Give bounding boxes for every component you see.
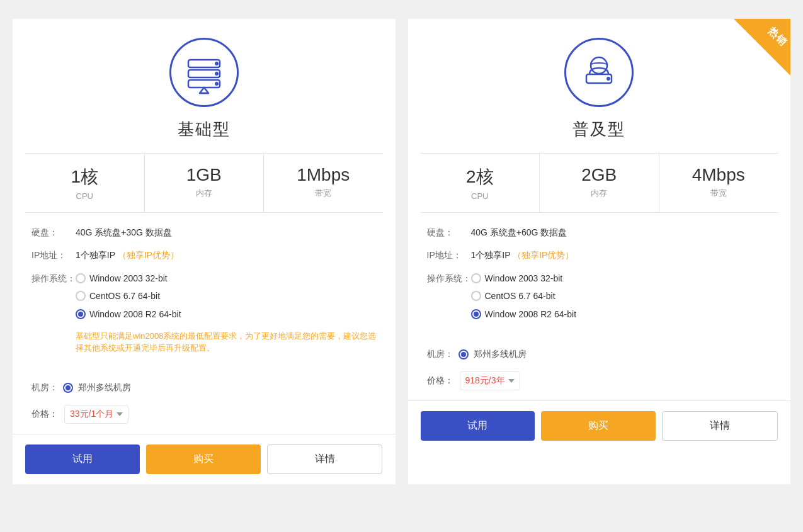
svg-point-1 [215,62,219,65]
spec-value-1: 1GB [145,165,264,185]
os-label-1: CentOS 6.7 64-bit [89,289,160,303]
datacenter-radio-inner [461,352,466,357]
spec-label-1: 内存 [540,188,659,199]
spec-label-0: CPU [25,191,144,201]
spec-item-1: 1GB 内存 [145,154,265,212]
buy-button[interactable]: 购买 [541,411,656,441]
os-label: 操作系统： [31,271,76,285]
os-label-2: Window 2008 R2 64-bit [485,307,577,321]
cards-container: 基础型 1核 CPU 1GB 内存 1Mbps 带宽 硬盘： 40G 系统盘+3… [13,19,790,484]
os-label-0: Window 2003 32-bit [485,271,563,285]
disk-row: 硬盘： 40G 系统盘+30G 数据盘 [31,225,377,239]
spec-item-1: 2GB 内存 [540,154,659,212]
card-header: 基础型 [13,19,396,153]
spec-label-0: CPU [421,191,540,201]
spec-label-2: 带宽 [264,188,383,199]
price-row: 价格： 33元/1个月 [13,400,396,434]
ip-label: IP地址： [31,248,76,262]
chevron-down-icon [117,412,123,416]
spec-label-1: 内存 [145,188,264,199]
os-option-2[interactable]: Window 2008 R2 64-bit [471,307,577,321]
datacenter-radio-inner [65,385,71,390]
radio-inner [78,312,83,317]
card-title: 基础型 [178,118,231,140]
server-icon-circle [564,38,634,107]
server-icon-circle [169,38,239,107]
svg-point-7 [591,57,607,74]
action-buttons: 试用 购买 详情 [408,400,791,451]
ip-row: IP地址： 1个独享IP （独享IP优势） [427,248,772,262]
radio-inner [474,312,479,317]
ip-value: 1个独享IP （独享IP优势） [471,248,574,262]
card-popular: 热销 普及型 2核 CPU 2GB 内存 4Mbps 带宽 [408,19,791,484]
disk-label: 硬盘： [427,225,471,239]
spec-value-2: 1Mbps [264,165,383,185]
trial-button[interactable]: 试用 [25,444,140,474]
card-title: 普及型 [572,118,625,140]
datacenter-radio[interactable] [458,349,469,359]
ip-label: IP地址： [427,248,471,262]
price-select[interactable]: 918元/3年 [460,371,520,390]
specs-row: 1核 CPU 1GB 内存 1Mbps 带宽 [25,153,383,213]
warning-text: 基础型只能满足win2008系统的最低配置要求，为了更好地满足您的需要，建议您选… [76,330,377,354]
detail-button[interactable]: 详情 [662,411,778,441]
datacenter-value: 郑州多线机房 [78,382,131,393]
spec-item-2: 1Mbps 带宽 [264,154,383,212]
price-value: 918元/3年 [465,375,505,387]
radio-outer-0[interactable] [76,273,86,283]
trial-button[interactable]: 试用 [421,411,535,441]
spec-value-1: 2GB [540,165,659,185]
datacenter-value: 郑州多线机房 [474,349,527,360]
datacenter-radio[interactable] [63,383,73,393]
radio-outer-1[interactable] [471,291,481,301]
ip-value: 1个独享IP （独享IP优势） [76,248,179,262]
spec-item-0: 2核 CPU [421,154,540,212]
os-label-2: Window 2008 R2 64-bit [89,307,181,321]
spec-value-2: 4Mbps [659,165,778,185]
card-header: 普及型 [408,19,791,153]
spec-item-2: 4Mbps 带宽 [659,154,778,212]
os-row: 操作系统： Window 2003 32-bit CentOS 6.7 64-b… [31,271,377,354]
spec-item-0: 1核 CPU [25,154,145,212]
os-option-0[interactable]: Window 2003 32-bit [76,271,377,285]
chevron-down-icon [508,379,515,383]
disk-value: 40G 系统盘+60G 数据盘 [471,225,567,239]
disk-label: 硬盘： [31,225,76,239]
os-label-0: Window 2003 32-bit [89,271,168,285]
detail-button[interactable]: 详情 [267,444,383,474]
price-label: 价格： [427,375,453,387]
os-option-0[interactable]: Window 2003 32-bit [471,271,577,285]
radio-outer-0[interactable] [471,273,481,283]
os-row: 操作系统： Window 2003 32-bit CentOS 6.7 64-b… [427,271,772,321]
os-label-1: CentOS 6.7 64-bit [485,289,555,303]
ip-link[interactable]: （独享IP优势） [513,250,574,260]
datacenter-row: 机房： 郑州多线机房 [408,342,791,366]
datacenter-label: 机房： [427,349,453,360]
radio-outer-1[interactable] [76,291,86,301]
svg-point-5 [215,82,219,86]
radio-outer-2[interactable] [76,309,86,319]
os-options: Window 2003 32-bit CentOS 6.7 64-bit Win… [471,271,577,321]
spec-label-2: 带宽 [659,188,778,199]
card-basic: 基础型 1核 CPU 1GB 内存 1Mbps 带宽 硬盘： 40G 系统盘+3… [13,19,396,484]
os-option-1[interactable]: CentOS 6.7 64-bit [471,289,577,303]
details-section: 硬盘： 40G 系统盘+60G 数据盘 IP地址： 1个独享IP （独享IP优势… [408,213,791,342]
details-section: 硬盘： 40G 系统盘+30G 数据盘 IP地址： 1个独享IP （独享IP优势… [13,213,396,376]
buy-button[interactable]: 购买 [146,444,261,474]
disk-row: 硬盘： 40G 系统盘+60G 数据盘 [427,225,772,239]
ip-row: IP地址： 1个独享IP （独享IP优势） [31,248,377,262]
os-option-2[interactable]: Window 2008 R2 64-bit [76,307,377,321]
price-row: 价格： 918元/3年 [408,366,791,400]
radio-outer-2[interactable] [471,309,481,319]
os-option-1[interactable]: CentOS 6.7 64-bit [76,289,377,303]
specs-row: 2核 CPU 2GB 内存 4Mbps 带宽 [421,153,778,213]
spec-value-0: 2核 [421,165,540,189]
price-select[interactable]: 33元/1个月 [64,405,128,424]
svg-point-9 [607,77,610,81]
os-options: Window 2003 32-bit CentOS 6.7 64-bit Win… [76,271,377,354]
action-buttons: 试用 购买 详情 [13,434,396,484]
spec-value-0: 1核 [25,165,144,189]
ip-link[interactable]: （独享IP优势） [118,250,179,260]
os-label: 操作系统： [427,271,471,285]
datacenter-row: 机房： 郑州多线机房 [13,376,396,400]
